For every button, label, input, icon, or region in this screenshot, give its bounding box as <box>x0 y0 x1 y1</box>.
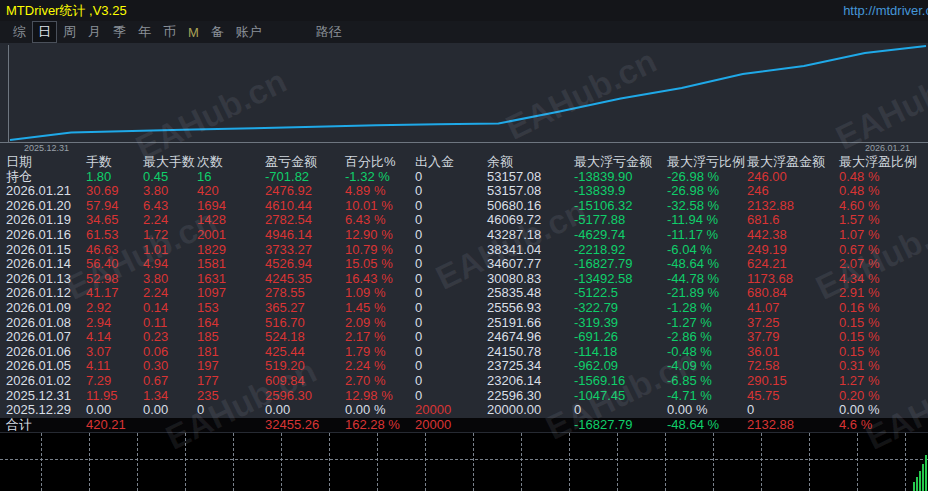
table-cell: 53157.08 <box>487 184 574 199</box>
table-cell: 1581 <box>197 257 265 272</box>
table-cell: 0.15 % <box>839 345 922 360</box>
table-cell: 32455.26 <box>265 418 345 433</box>
menubar: 综日周月季年币M备账户 路径 <box>0 21 928 43</box>
table-cell: 290.15 <box>747 374 839 389</box>
table-cell: 0.67 % <box>839 243 922 258</box>
table-cell: 2026.01.07 <box>6 330 86 345</box>
table-cell: -4629.74 <box>574 228 667 243</box>
table-cell: 0.48 % <box>839 184 922 199</box>
table-row: 2026.01.1934.652.2414282782.546.43 %0460… <box>0 213 928 228</box>
table-cell: 53157.08 <box>487 170 574 185</box>
grid-line-vertical <box>281 433 282 491</box>
table-cell: -48.64 % <box>667 418 747 433</box>
table-cell: 0.00 % <box>839 403 922 418</box>
table-cell: 0 <box>415 345 487 360</box>
table-cell: 0 <box>415 389 487 404</box>
table-cell: 0.00 <box>86 403 143 418</box>
table-header-cell: 日期 <box>6 155 86 170</box>
table-cell: -5122.5 <box>574 286 667 301</box>
table-cell: -16827.79 <box>574 418 667 433</box>
table-cell: 23725.34 <box>487 359 574 374</box>
tab-currency[interactable]: 币 <box>158 22 181 42</box>
tab-week[interactable]: 周 <box>58 22 81 42</box>
grid-line-vertical <box>665 433 666 491</box>
table-cell: 0.45 <box>143 170 197 185</box>
table-cell: 10.79 % <box>345 243 415 258</box>
tab-summary[interactable]: 综 <box>8 22 31 42</box>
table-cell: 680.84 <box>747 286 839 301</box>
table-cell: 420.21 <box>86 418 143 433</box>
table-cell: -21.89 % <box>667 286 747 301</box>
table-cell: 181 <box>197 345 265 360</box>
table-cell: 持仓 <box>6 170 86 185</box>
table-cell: 56.40 <box>86 257 143 272</box>
table-cell: 0.00 % <box>345 403 415 418</box>
table-cell: 2.24 <box>143 213 197 228</box>
table-cell: 2.24 % <box>345 359 415 374</box>
table-cell: 2132.88 <box>747 418 839 433</box>
table-cell: 0.30 <box>143 359 197 374</box>
table-cell: 425.44 <box>265 345 345 360</box>
table-cell: 46069.72 <box>487 213 574 228</box>
table-cell: -322.79 <box>574 301 667 316</box>
table-cell: 61.53 <box>86 228 143 243</box>
table-cell: -15106.32 <box>574 199 667 214</box>
table-cell: 22596.30 <box>487 389 574 404</box>
table-cell: 0.06 <box>143 345 197 360</box>
table-cell <box>197 418 265 433</box>
grid-line-vertical <box>137 433 138 491</box>
table-cell: 2026.01.13 <box>6 272 86 287</box>
table-cell: 12.90 % <box>345 228 415 243</box>
table-cell: -13839.9 <box>574 184 667 199</box>
table-cell: 52.98 <box>86 272 143 287</box>
table-cell: 0.00 <box>265 403 345 418</box>
table-cell: 1097 <box>197 286 265 301</box>
table-cell: 0 <box>415 272 487 287</box>
table-cell: 4946.14 <box>265 228 345 243</box>
table-cell: 4610.44 <box>265 199 345 214</box>
table-cell: 0.16 % <box>839 301 922 316</box>
table-cell: -13839.90 <box>574 170 667 185</box>
table-cell: 1.72 <box>143 228 197 243</box>
table-cell: 2026.01.15 <box>6 243 86 258</box>
table-cell: 0 <box>415 243 487 258</box>
tab-m[interactable]: M <box>183 24 204 41</box>
table-cell: 0.15 % <box>839 330 922 345</box>
tab-backup[interactable]: 备 <box>206 22 229 42</box>
table-cell: -6.04 % <box>667 243 747 258</box>
table-cell: 4.94 <box>143 257 197 272</box>
table-cell: 3.80 <box>143 272 197 287</box>
website-link[interactable]: http://mtdriver.c <box>843 3 928 18</box>
balance-line <box>10 46 926 140</box>
table-cell: 57.94 <box>86 199 143 214</box>
table-cell: 249.19 <box>747 243 839 258</box>
table-row: 2026.01.027.290.67177609.842.70 %023206.… <box>0 374 928 389</box>
table-cell: 2596.30 <box>265 389 345 404</box>
table-cell: 0.48 % <box>839 170 922 185</box>
table-cell: 0.00 <box>143 403 197 418</box>
grid-line-vertical <box>761 433 762 491</box>
menu-path-button[interactable]: 路径 <box>311 22 347 42</box>
grid-line-vertical <box>233 433 234 491</box>
table-cell: -11.17 % <box>667 228 747 243</box>
table-cell: 4.34 % <box>839 272 922 287</box>
table-row: 2026.01.2057.946.4316944610.4410.01 %050… <box>0 199 928 214</box>
mini-candle-bars <box>913 455 927 491</box>
tab-year[interactable]: 年 <box>133 22 156 42</box>
table-header-cell: 出入金 <box>415 155 487 170</box>
mini-bar <box>922 464 924 491</box>
tab-month[interactable]: 月 <box>83 22 106 42</box>
table-cell: 1.34 <box>143 389 197 404</box>
table-cell: -13492.58 <box>574 272 667 287</box>
table-cell: 0.31 % <box>839 359 922 374</box>
tab-account[interactable]: 账户 <box>231 22 267 42</box>
mini-bar <box>913 482 915 491</box>
table-cell: 1.79 % <box>345 345 415 360</box>
tab-quarter[interactable]: 季 <box>108 22 131 42</box>
table-cell: -48.64 % <box>667 257 747 272</box>
table-cell: 2026.01.21 <box>6 184 86 199</box>
table-cell: 197 <box>197 359 265 374</box>
grid-line-vertical <box>377 433 378 491</box>
tab-day[interactable]: 日 <box>33 22 56 42</box>
grid-line-vertical <box>617 433 618 491</box>
